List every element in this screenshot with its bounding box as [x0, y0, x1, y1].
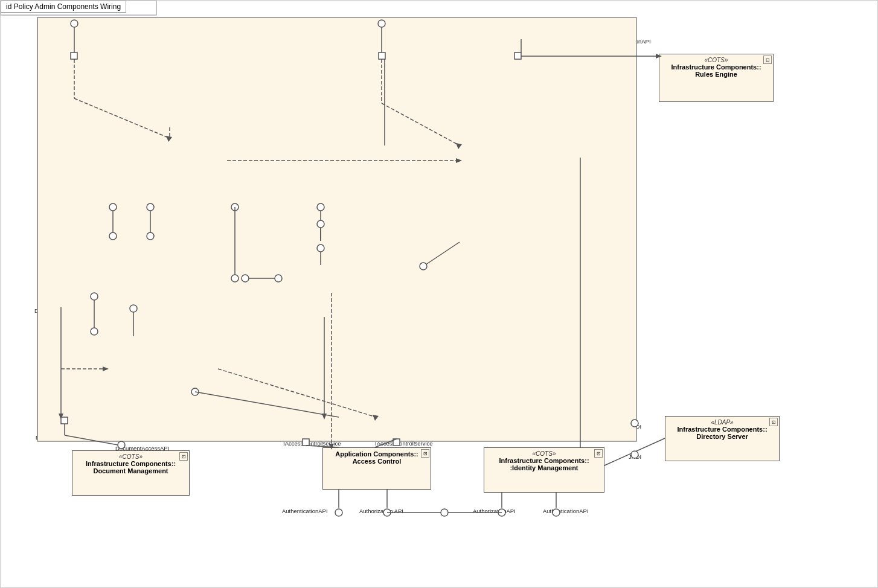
label-ruleexecutionapi-mid: RuleExecutionAPI	[496, 133, 542, 140]
label-iformsdef-vert: IFormsDefinitionService	[577, 158, 583, 219]
label-iproductservice-horiz: IProductService	[417, 263, 458, 269]
svg-point-72	[441, 509, 448, 516]
policyserver-stereotype: «web service»	[63, 244, 164, 251]
component-icon-5: ⊡	[208, 347, 216, 355]
component-icon-4: ⊡	[374, 243, 382, 251]
directoryserver-stereotype: «LDAP»	[670, 419, 774, 426]
uigenerator-name: Application Components::UI Generator	[275, 141, 370, 156]
identitymgmt-box: ⊡ «COTS» Infrastructure Components:::Ide…	[484, 447, 604, 493]
productserver-name: Application Components::Product Server	[465, 155, 569, 170]
component-icon-12: ⊡	[179, 452, 188, 461]
label-ruleexecutionapi-left: RuleExecutionAPI	[129, 114, 175, 121]
productadminui-box: ⊡ «thick client» Application Components:…	[460, 224, 574, 269]
component-icon-6: ⊡	[564, 147, 572, 156]
formsmgmt-name: Application Components::Forms Management	[112, 348, 213, 362]
main-boundary-label: Application Components::Policy Admin	[37, 23, 634, 31]
productadminui-name: Application Components::Product Admin UI	[465, 234, 569, 248]
label-ipolicyservice-uw: IPolicyService	[225, 199, 261, 205]
policyserver-name: Application Components::PolicyServer	[63, 251, 164, 272]
label-iaccesscontrol-bot2: IAccessControlService	[375, 440, 433, 447]
rulesengine-name: Infrastructure Components::Rules Engine	[664, 63, 768, 78]
documentmgmt-stereotype: «COTS»	[77, 453, 184, 460]
component-icon-8: ⊡	[763, 56, 772, 64]
underwriting-name: Application Components::Underwriting & R…	[118, 141, 222, 163]
label-iaccesscontrol-paui: IAccessControlService	[290, 317, 348, 324]
label-iratingservice-bot: IRatingService	[48, 226, 85, 233]
accesscontrol-box: ⊡ Application Components::Access Control	[322, 447, 431, 490]
label-authzapi-2: AuthorizationAPI	[473, 508, 516, 514]
svg-point-64	[335, 509, 342, 516]
label-delegate-top: «delegate»	[453, 68, 482, 75]
label-documentaccess-bot: DocumentAccessAPI	[36, 434, 89, 441]
productadminui-stereotype: «thick client»	[465, 227, 569, 234]
label-delegate-product: «delegate»	[421, 282, 449, 289]
label-iformsselection-bot: IFormsSelectionService	[91, 331, 152, 338]
label-iunderwritingservice-bot: IUnderwritingService	[132, 226, 185, 233]
label-ipolicyservice-paui: IPolicyService	[247, 280, 283, 286]
label-delegate-right: «delegate»	[496, 103, 524, 110]
label-documentaccess-top: DocumentAccessAPI	[34, 307, 88, 314]
directoryserver-box: ⊡ «LDAP» Infrastructure Components::Dire…	[665, 416, 780, 461]
label-jndi-1: JNDI	[629, 423, 641, 430]
component-icon-10: ⊡	[594, 449, 603, 458]
port-ruleexecutionapi	[514, 54, 520, 60]
component-icon-3: ⊡	[159, 243, 168, 251]
component-icon-2: ⊡	[365, 140, 373, 149]
productserver-box: ⊡ «web service» Application Components::…	[460, 145, 574, 194]
component-icon: ⊡	[217, 140, 225, 149]
label-iproductservice-vert: IProductService	[379, 162, 386, 203]
identitymgmt-stereotype: «COTS»	[489, 450, 599, 457]
label-iproductservice-top: IProductService	[363, 27, 403, 34]
label-iuigeneration-top: IUIGenerationService	[280, 216, 335, 222]
documentmgmt-box: ⊡ «COTS» Infrastructure Components::Docu…	[72, 450, 190, 496]
formsmgmt-box: ⊡ Application Components::Forms Manageme…	[106, 345, 218, 384]
accesscontrol-name: Application Components::Access Control	[328, 450, 426, 465]
title-bar: id Policy Admin Components Wiring	[1, 1, 126, 13]
identitymgmt-name: Infrastructure Components:::Identity Man…	[489, 457, 599, 471]
label-authapi-1: AuthenticationAPI	[282, 508, 328, 514]
component-icon-11: ⊡	[769, 418, 778, 426]
svg-line-73	[604, 438, 665, 465]
directoryserver-name: Infrastructure Components::Directory Ser…	[670, 426, 774, 440]
documentmgmt-name: Infrastructure Components::Document Mana…	[77, 460, 184, 475]
diagram-container: id Policy Admin Components Wiring Applic…	[0, 0, 878, 588]
component-icon-9: ⊡	[421, 449, 429, 458]
title-text: id Policy Admin Components Wiring	[6, 2, 121, 11]
label-ruleexecutionapi-right: RuleExecutionAPI	[604, 38, 651, 45]
productserver-stereotype: «web service»	[465, 149, 569, 155]
label-delegate-bot: «delegate»	[303, 380, 331, 386]
label-iuigeneration-bot: IUIGenerationService	[280, 248, 335, 255]
underwriting-box: ⊡ Application Components::Underwriting &…	[112, 138, 227, 184]
uigenerator-box: ⊡ Application Components::UI Generator	[269, 138, 375, 177]
label-ruleexecutionapi-top: RuleExecutionAPI	[475, 38, 522, 45]
label-iformsselection: IFormsSelectionService	[67, 295, 127, 302]
label-delegate-left: «delegate»	[70, 98, 98, 105]
label-delegate-forms: «delegate»	[61, 369, 89, 375]
label-documentaccess-label2: DocumentAccessAPI	[115, 445, 169, 452]
label-ipolicyservice-top: IPolicyService	[49, 27, 85, 34]
component-icon-7: ⊡	[564, 226, 572, 234]
label-ipolicyservice-ps: IPolicyService	[162, 280, 199, 286]
label-authapi-2: AuthenticationAPI	[543, 508, 589, 514]
label-iaccesscontrol-uigen: IAccessControlService	[293, 199, 351, 205]
label-jndi-2: JNDI	[629, 453, 641, 460]
rulesengine-stereotype: «COTS»	[664, 57, 768, 63]
port-ipolicyservice	[70, 54, 76, 60]
label-iaccesscontrol-ps: IAccessControlService	[113, 308, 171, 315]
label-documentaccess-mid: DocumentAccessAPI	[43, 392, 97, 398]
label-authzapi-1: Authorization API	[359, 508, 403, 514]
label-iaccesscontrol-bot1: IAccessControlService	[283, 440, 341, 447]
label-iratingservice-top: IRatingService	[84, 199, 121, 205]
label-delegate-forms2: «delegate»	[213, 369, 242, 375]
policyserver-box: ⊡ «web service» Application Components::…	[58, 241, 170, 289]
port-iproductservice	[378, 54, 384, 60]
label-iformsdef: IFormsDefinitionService	[193, 392, 254, 398]
rulesengine-box: ⊡ «COTS» Infrastructure Components::Rule…	[659, 54, 774, 102]
label-iunderwritingservice-top: IUnderwritingService	[144, 199, 197, 205]
